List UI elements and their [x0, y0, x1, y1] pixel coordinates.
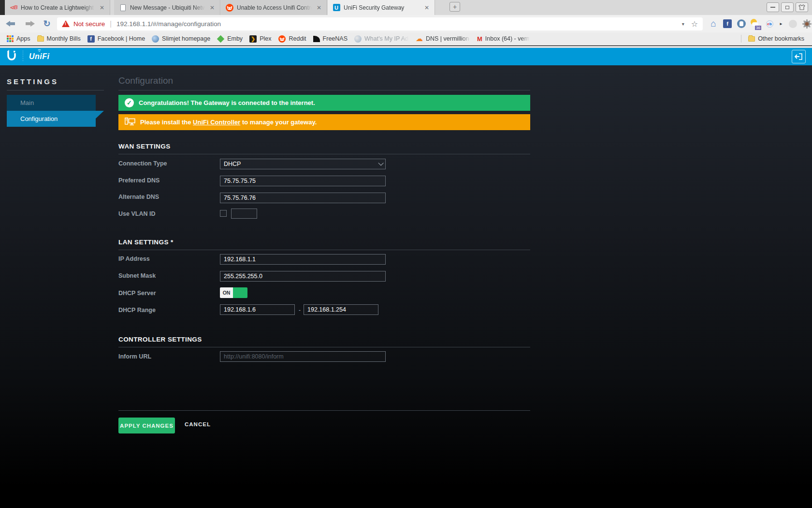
chevron-down-icon [378, 160, 383, 165]
freenas-icon [313, 36, 320, 42]
reddit-icon [278, 35, 286, 43]
tab-new-message[interactable]: New Message - Ubiquiti Networ ✕ [114, 0, 220, 15]
preferred-dns-label: Preferred DNS [118, 177, 160, 184]
restore-button[interactable] [781, 2, 794, 12]
ubiquiti-logo-icon [6, 50, 17, 63]
wifi-arcs-icon [37, 49, 42, 53]
dhcp-range-start-input[interactable] [220, 304, 295, 315]
apps-shortcut[interactable]: Apps [7, 35, 30, 42]
facebook-extension-icon[interactable]: f [723, 19, 732, 29]
dhcp-server-toggle[interactable]: ON [220, 287, 247, 298]
title-divider [118, 90, 530, 90]
computer-icon [125, 118, 135, 127]
toggle-knob [233, 287, 247, 298]
wan-settings-heading: WAN SETTINGS [118, 143, 171, 150]
warning-banner-text: Please install the UniFi Controller to m… [140, 119, 317, 126]
reload-button[interactable]: ↻ [42, 18, 52, 29]
bookmark-slimjet[interactable]: Slimjet homepage [152, 35, 210, 43]
close-tab-icon[interactable]: ✕ [423, 4, 431, 12]
use-vlan-checkbox[interactable] [220, 210, 227, 217]
actions-divider [118, 410, 530, 411]
url-text[interactable]: 192.168.1.1/#/manage/configuration [116, 20, 682, 28]
not-secure-label[interactable]: Not secure [73, 20, 105, 28]
bookmark-reddit[interactable]: Reddit [278, 35, 306, 43]
disabled-extension-icon[interactable] [788, 19, 798, 29]
bookmarks-separator [741, 35, 741, 43]
bookmark-freenas[interactable]: FreeNAS [313, 35, 348, 42]
tab-lightweight[interactable]: ⊲B How to Create a Lightweight Pe ✕ [5, 0, 110, 15]
close-tab-icon[interactable]: ✕ [208, 4, 216, 12]
apps-grid-icon [7, 35, 14, 42]
subnet-mask-label: Subnet Mask [118, 272, 156, 279]
success-banner: ✓ Congratulations! The Gateway is connec… [118, 95, 530, 111]
emby-icon [217, 35, 225, 43]
bookmark-star-icon[interactable]: ☆ [691, 19, 698, 29]
tab-title: Unable to Access Unifi Controlle [237, 4, 312, 11]
ebay-extension-icon[interactable]: eb [765, 19, 774, 29]
minimize-button[interactable] [767, 2, 779, 12]
controller-settings-heading: CONTROLLER SETTINGS [118, 336, 202, 343]
tab-title: UniFi Security Gateway [344, 4, 420, 11]
connection-type-label: Connection Type [118, 160, 167, 167]
bookmark-dns[interactable]: ☁DNS | vermillion-us [416, 35, 470, 42]
new-tab-button[interactable]: + [450, 2, 460, 12]
alternate-dns-input[interactable] [220, 193, 386, 203]
unifi-header: UniFi [0, 48, 812, 65]
page-title: Configuration [118, 75, 173, 86]
apps-label: Apps [16, 35, 30, 42]
connection-type-select[interactable]: DHCP [220, 159, 386, 169]
inform-url-label: Inform URL [118, 353, 151, 360]
folder-icon [37, 36, 44, 42]
weather-extension-icon[interactable]: 36 [751, 19, 760, 29]
blog-red-icon: ⊲B [10, 4, 17, 12]
forward-button[interactable] [23, 19, 35, 29]
tab-strip: ⊲B How to Create a Lightweight Pe ✕ New … [0, 0, 812, 15]
close-tab-icon[interactable]: ✕ [315, 4, 323, 12]
unifi-logo: UniFi [29, 52, 50, 61]
close-shirt-button[interactable] [796, 2, 808, 12]
bookmark-inbox[interactable]: MInbox (64) - vermillio [477, 35, 530, 43]
extensions-overflow-arrow[interactable]: ► [779, 19, 783, 29]
back-button[interactable] [6, 19, 17, 29]
bookmark-whatsmyip[interactable]: What's My IP Addres [354, 35, 409, 43]
cancel-button[interactable]: CANCEL [185, 421, 211, 427]
cloudflare-icon: ☁ [416, 36, 423, 41]
unifi-controller-link[interactable]: UniFi Controller [193, 119, 240, 126]
vlan-id-input[interactable] [231, 209, 257, 219]
sidebar-item-main[interactable]: Main [7, 95, 96, 111]
globe-icon [152, 35, 159, 43]
bookmark-plex[interactable]: ❯Plex [249, 35, 271, 43]
close-tab-icon[interactable]: ✕ [98, 4, 106, 12]
alternate-dns-label: Alternate DNS [118, 194, 159, 200]
preferred-dns-input[interactable] [220, 176, 386, 186]
folder-icon [748, 36, 755, 42]
omnibox-dropdown-icon[interactable]: ▾ [682, 21, 684, 27]
facebook-icon: f [87, 35, 95, 43]
sidebar-heading: SETTINGS [7, 77, 58, 86]
dhcp-range-end-input[interactable] [304, 304, 378, 315]
apply-changes-button[interactable]: APPLY CHANGES [118, 418, 175, 433]
bookmark-emby[interactable]: Emby [217, 35, 243, 42]
inform-url-input[interactable] [220, 351, 386, 362]
bookmark-facebook[interactable]: fFacebook | Home [87, 35, 145, 43]
address-bar[interactable]: Not secure | 192.168.1.1/#/manage/config… [57, 17, 703, 30]
tab-reddit[interactable]: Unable to Access Unifi Controlle ✕ [221, 0, 327, 15]
bookmarks-bar: Apps Monthly Bills fFacebook | Home Slim… [0, 32, 812, 45]
extension-row: ⌂ f 36 eb ► [709, 19, 812, 29]
adblock-hand-icon[interactable] [737, 19, 746, 29]
header-separator [23, 51, 23, 62]
globe-gray-icon [354, 35, 362, 43]
lan-divider [118, 250, 530, 250]
sidebar-item-configuration[interactable]: Configuration [7, 111, 96, 127]
settings-gear-icon[interactable] [802, 19, 812, 29]
home-icon[interactable]: ⌂ [709, 19, 718, 29]
ip-address-input[interactable] [220, 254, 386, 265]
controller-divider [118, 347, 530, 347]
tab-unifi-active[interactable]: U UniFi Security Gateway ✕ [328, 0, 435, 15]
other-bookmarks[interactable]: Other bookmarks [748, 35, 804, 42]
subnet-mask-input[interactable] [220, 271, 386, 282]
dhcp-range-label: DHCP Range [118, 307, 156, 314]
logout-button[interactable] [792, 50, 806, 63]
bookmark-monthly-bills[interactable]: Monthly Bills [37, 35, 81, 42]
not-secure-warning-icon[interactable] [62, 20, 70, 27]
